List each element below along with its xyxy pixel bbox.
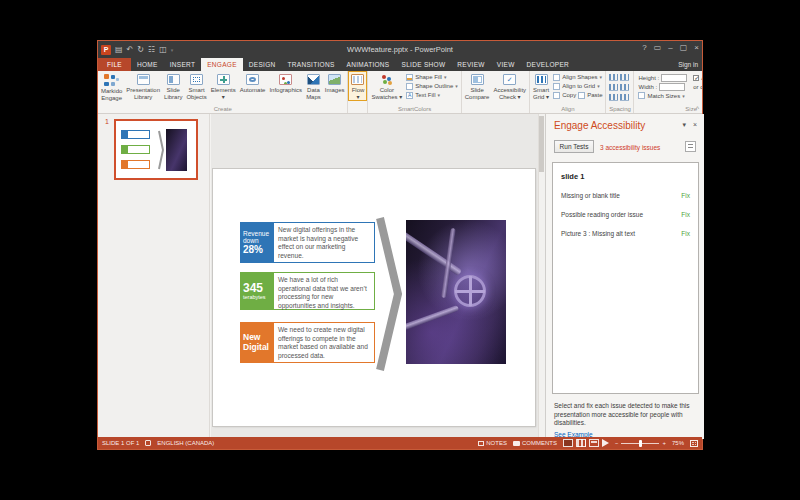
quick-access-toolbar: P ▤ ↶ ↻ ☷ ◫ ▾	[98, 45, 173, 55]
zoom-in-icon[interactable]: +	[662, 440, 666, 446]
help-icon[interactable]: ?	[642, 43, 646, 52]
pane-close-icon[interactable]: ×	[693, 121, 697, 128]
align-shapes-button[interactable]: Align Shapes ▾	[553, 74, 602, 81]
zoom-slider[interactable]	[621, 443, 659, 444]
comments-button[interactable]: COMMENTS	[513, 440, 557, 446]
share-icon[interactable]: ◫	[159, 45, 167, 55]
pane-options-icon[interactable]: ▾	[682, 121, 686, 129]
tab-transitions[interactable]: TRANSITIONS	[282, 58, 341, 71]
restore-icon[interactable]: ▢	[680, 43, 688, 52]
touch-mode-icon[interactable]: ☷	[148, 45, 155, 55]
zoom-slider-thumb[interactable]	[639, 440, 642, 447]
button-label: Swatches ▾	[371, 94, 402, 101]
undo-icon[interactable]: ↶	[127, 45, 134, 55]
aspect-ratio-checkbox[interactable]: ✓	[693, 75, 699, 81]
powerpoint-logo-icon[interactable]: P	[101, 45, 111, 55]
tab-view[interactable]: VIEW	[491, 58, 521, 71]
align-to-grid-button[interactable]: Align to Grid ▾	[553, 83, 602, 90]
issue-row[interactable]: Missing or blank title Fix	[561, 189, 690, 201]
reading-view-icon[interactable]	[589, 439, 599, 447]
zoom-out-icon[interactable]: −	[615, 440, 619, 446]
run-tests-button[interactable]: Run Tests	[554, 140, 594, 153]
minimize-icon[interactable]: –	[668, 43, 672, 52]
paste-button[interactable]: Paste	[587, 92, 602, 99]
issue-row[interactable]: Picture 3 : Missing alt text Fix	[561, 227, 690, 239]
automate-button[interactable]: Automate	[238, 72, 268, 94]
tab-animations[interactable]: ANIMATIONS	[341, 58, 396, 71]
copy-button[interactable]: Copy	[562, 92, 576, 99]
tab-file[interactable]: FILE	[98, 58, 131, 71]
button-label: Align Shapes	[562, 74, 597, 81]
slide-1-thumbnail[interactable]	[114, 119, 198, 180]
infographics-button[interactable]: Infographics	[267, 72, 304, 94]
flow-button[interactable]: Flow ▾	[349, 72, 366, 100]
sign-in-link[interactable]: Sign in	[678, 58, 698, 71]
spacing-remove-icon[interactable]	[620, 94, 629, 101]
slide-shape-revenue[interactable]: Revenue down 28% New digital offerings i…	[240, 222, 375, 263]
smart-objects-button[interactable]: Smart Objects	[184, 72, 208, 100]
slide-sorter-view-icon[interactable]	[576, 439, 586, 447]
spacing-distribute-icon[interactable]	[609, 94, 618, 101]
language-indicator[interactable]: ENGLISH (CANADA)	[157, 440, 214, 446]
chevron-arrow-shape[interactable]	[373, 214, 405, 374]
group-label-spacing: Spacing	[607, 105, 632, 113]
spacing-increase-icon[interactable]	[609, 84, 618, 91]
notes-label: NOTES	[486, 440, 507, 446]
tab-slide-show[interactable]: SLIDE SHOW	[396, 58, 452, 71]
tab-engage[interactable]: ENGAGE	[201, 58, 243, 71]
slide-canvas[interactable]: Revenue down 28% New digital offerings i…	[213, 169, 535, 426]
height-input[interactable]	[661, 74, 687, 82]
tab-design[interactable]: DESIGN	[243, 58, 282, 71]
spacing-decrease-icon[interactable]	[620, 84, 629, 91]
collapse-ribbon-icon[interactable]: ^	[696, 105, 699, 112]
slide-compare-button[interactable]: Slide Compare	[463, 72, 492, 100]
slide-shape-terabytes[interactable]: 345 terabytes We have a lot of rich oper…	[240, 272, 375, 310]
zoom-level[interactable]: 75%	[672, 440, 684, 446]
spacing-vertical-icon[interactable]	[620, 74, 629, 81]
canvas-scrollbar[interactable]	[538, 114, 545, 439]
smart-grid-button[interactable]: Smart Grid ▾	[531, 72, 551, 100]
elements-button[interactable]: Elements ▾	[209, 72, 238, 100]
slide-show-icon[interactable]	[602, 439, 609, 447]
customize-qat-icon[interactable]: ▾	[171, 45, 174, 55]
fix-link[interactable]: Fix	[681, 192, 690, 199]
shape-fill-button[interactable]: Shape Fill ▾	[406, 74, 458, 81]
color-swatches-button[interactable]: Color Swatches ▾	[369, 72, 404, 100]
issue-row[interactable]: Possible reading order issue Fix	[561, 208, 690, 220]
fix-link[interactable]: Fix	[681, 211, 690, 218]
pane-menu-icon[interactable]	[685, 141, 696, 152]
slide-shape-new-digital[interactable]: New Digital We need to create new digita…	[240, 322, 375, 363]
normal-view-icon[interactable]	[563, 439, 573, 447]
presentation-library-button[interactable]: Presentation Library	[124, 72, 162, 100]
width-input[interactable]	[659, 83, 685, 91]
tab-developer[interactable]: DEVELOPER	[521, 58, 575, 71]
tab-review[interactable]: REVIEW	[451, 58, 490, 71]
shape-outline-button[interactable]: Shape Outline ▾	[406, 83, 458, 90]
proofing-icon[interactable]	[145, 440, 151, 446]
fix-link[interactable]: Fix	[681, 230, 690, 237]
accessibility-check-button[interactable]: ✓ Accessibility Check ▾	[491, 72, 528, 100]
data-maps-button[interactable]: Data Maps	[304, 72, 323, 100]
chevron-down-icon: ▾	[222, 94, 225, 101]
fit-slide-to-window-icon[interactable]	[690, 440, 698, 447]
spacing-horizontal-icon[interactable]	[609, 74, 618, 81]
slide-library-button[interactable]: Slide Library	[162, 72, 184, 100]
slide-indicator[interactable]: SLIDE 1 OF 1	[102, 440, 139, 446]
chevron-down-icon: ▾	[599, 74, 602, 81]
images-button[interactable]: Images	[323, 72, 347, 94]
save-icon[interactable]: ▤	[115, 45, 123, 55]
redo-icon[interactable]: ↻	[137, 45, 144, 55]
button-label: Automate	[240, 87, 266, 94]
slide-picture-vault[interactable]	[406, 220, 506, 364]
markido-engage-button[interactable]: Markido Engage	[99, 72, 124, 101]
tab-insert[interactable]: INSERT	[164, 58, 202, 71]
ribbon-display-options-icon[interactable]: ▭	[654, 43, 662, 52]
close-icon[interactable]: ×	[694, 43, 699, 52]
notes-button[interactable]: NOTES	[478, 440, 507, 446]
tab-home[interactable]: HOME	[131, 58, 164, 71]
match-sizes-button[interactable]: Match Sizes	[647, 93, 680, 99]
slide-editing-area[interactable]: Revenue down 28% New digital offerings i…	[211, 114, 545, 439]
screen: P ▤ ↶ ↻ ☷ ◫ ▾ WWWfeature.pptx - PowerPoi…	[0, 0, 800, 500]
text-fill-button[interactable]: A Text Fill ▾	[406, 92, 458, 99]
scrollbar-thumb[interactable]	[539, 116, 544, 172]
